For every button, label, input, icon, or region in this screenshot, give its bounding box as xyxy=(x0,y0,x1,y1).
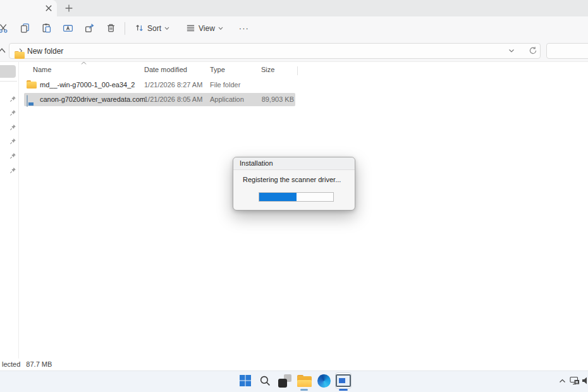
file-explorer-icon xyxy=(297,375,312,387)
taskbar-edge-button[interactable] xyxy=(315,372,332,389)
sidebar-pinned-item[interactable] xyxy=(8,94,18,103)
search-input[interactable] xyxy=(546,43,588,59)
edge-icon xyxy=(317,374,331,388)
dialog-message: Registering the scanner driver... xyxy=(243,176,341,183)
toolbar-separator xyxy=(125,22,125,35)
speaker-icon xyxy=(582,376,588,385)
sidebar-pinned-item[interactable] xyxy=(8,166,18,175)
chevron-down-icon xyxy=(218,27,223,30)
chevron-down-icon xyxy=(164,27,169,30)
sidebar-divider xyxy=(0,81,17,82)
file-row-date: 1/21/2026 8:27 AM xyxy=(144,81,202,89)
search-icon xyxy=(259,375,271,387)
chevron-up-icon xyxy=(559,379,566,383)
taskbar-center-icons xyxy=(237,372,352,389)
file-row-type: Application xyxy=(210,95,244,103)
column-header-type[interactable]: Type xyxy=(210,66,225,73)
breadcrumb-location[interactable]: New folder xyxy=(27,47,63,56)
new-tab-icon[interactable] xyxy=(65,4,73,12)
column-header-size[interactable]: Size xyxy=(261,66,274,73)
screen: Sort View ··· New folder xyxy=(0,0,588,392)
view-button[interactable]: View xyxy=(180,19,230,38)
view-icon xyxy=(186,23,195,33)
dark-app-icon xyxy=(278,374,291,388)
view-label: View xyxy=(199,24,215,33)
sort-label: Sort xyxy=(147,24,161,33)
copy-icon[interactable] xyxy=(14,19,35,38)
windows-logo-icon xyxy=(239,374,252,387)
file-row-name[interactable]: canon-g7020driver_waredata.com xyxy=(40,95,145,103)
column-divider[interactable] xyxy=(297,66,298,75)
status-bar: lected 87.7 MB xyxy=(2,360,52,370)
sidebar-selected-item[interactable] xyxy=(0,65,16,78)
dialog-title: Installation xyxy=(233,157,355,170)
sort-ascending-caret-icon xyxy=(81,61,87,65)
refresh-icon[interactable] xyxy=(529,46,537,55)
installer-window-icon xyxy=(336,374,351,387)
sidebar-pinned-item[interactable] xyxy=(8,151,18,160)
address-bar[interactable]: New folder xyxy=(9,43,541,59)
column-header-name[interactable]: Name xyxy=(33,66,51,73)
address-dropdown-icon[interactable] xyxy=(508,49,515,53)
rename-icon[interactable] xyxy=(57,19,78,38)
file-row-date: 1/21/2026 8:05 AM xyxy=(144,95,202,103)
status-size-text: 87.7 MB xyxy=(26,360,52,370)
up-navigation-icon[interactable] xyxy=(0,47,6,54)
tray-speaker-button[interactable] xyxy=(582,376,588,385)
paste-icon[interactable] xyxy=(35,19,57,38)
file-row-name[interactable]: md__-win-g7000-1_00-ea34_2 xyxy=(40,81,135,89)
taskbar-dark-app-button[interactable] xyxy=(276,372,293,389)
progress-bar xyxy=(259,192,334,202)
column-header-date-modified[interactable]: Date modified xyxy=(144,66,187,73)
start-button[interactable] xyxy=(237,372,254,389)
sidebar-pinned-item[interactable] xyxy=(8,123,18,132)
sort-button[interactable]: Sort xyxy=(128,19,176,38)
more-options-button[interactable]: ··· xyxy=(235,19,254,38)
share-icon[interactable] xyxy=(78,19,100,38)
delete-icon[interactable] xyxy=(100,19,121,38)
taskbar-installer-button[interactable] xyxy=(335,372,352,389)
taskbar-search-button[interactable] xyxy=(257,372,273,389)
progress-fill xyxy=(259,193,297,201)
pane-divider xyxy=(18,61,19,358)
cut-icon[interactable] xyxy=(0,19,14,38)
sort-icon xyxy=(135,23,144,33)
command-bar: Sort View ··· xyxy=(0,16,588,40)
tray-display-button[interactable] xyxy=(570,376,580,386)
file-row-type: File folder xyxy=(210,81,240,89)
tab-strip xyxy=(0,0,588,16)
installation-dialog: Installation Registering the scanner dri… xyxy=(233,157,355,211)
file-row-size: 89,903 KB xyxy=(243,95,294,103)
taskbar-file-explorer-button[interactable] xyxy=(296,372,312,389)
tab-close-icon[interactable] xyxy=(45,4,52,12)
active-running-indicator xyxy=(339,389,348,391)
running-indicator xyxy=(300,389,308,391)
sidebar-pinned-item[interactable] xyxy=(8,108,18,117)
more-options-icon: ··· xyxy=(239,23,249,33)
sidebar-pinned-item[interactable] xyxy=(8,137,18,145)
status-selected-text: lected xyxy=(2,360,20,370)
display-icon xyxy=(570,376,580,386)
show-hidden-icons-button[interactable] xyxy=(559,379,566,383)
application-file-icon xyxy=(27,95,28,107)
